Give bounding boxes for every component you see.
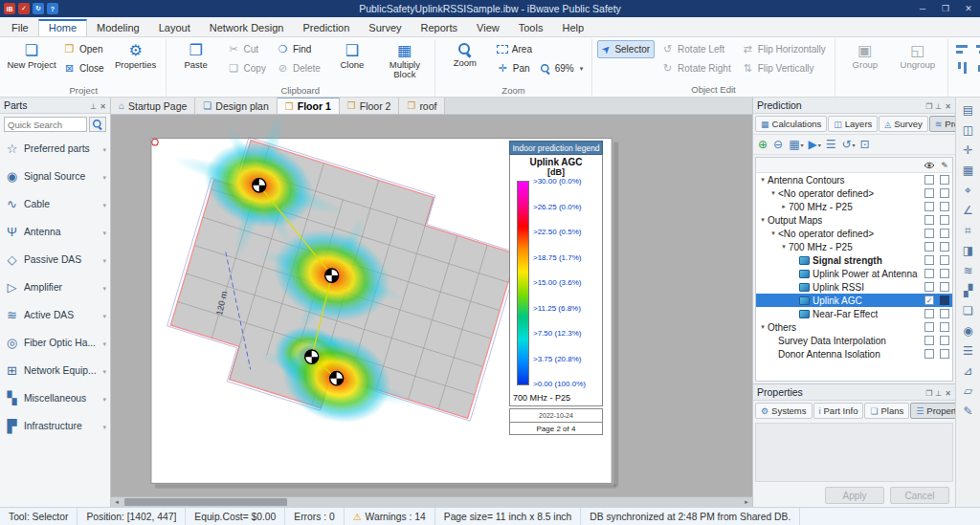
visibility-checkbox[interactable] xyxy=(924,336,934,345)
tree-expander-icon[interactable]: ▾ xyxy=(758,176,768,184)
tab-systems[interactable]: ⚙ Systems xyxy=(755,403,813,419)
align-center-button[interactable] xyxy=(973,40,980,58)
visibility-checkbox[interactable] xyxy=(924,349,934,359)
visibility-checkbox[interactable] xyxy=(924,322,934,332)
annotate-tool-icon[interactable]: ✎ xyxy=(959,402,978,421)
crop-tool-icon[interactable]: ◨ xyxy=(959,241,978,260)
app-logo-icon[interactable]: iB xyxy=(4,3,15,14)
layers-tool-icon[interactable]: ◫ xyxy=(959,120,978,140)
grid-tool-icon[interactable]: ▦ xyxy=(959,161,978,180)
save-icon[interactable]: ✓ xyxy=(18,3,30,14)
pin-icon[interactable]: ⊥ xyxy=(935,102,942,111)
export-button[interactable]: ⊡ xyxy=(860,138,871,151)
antenna-symbol[interactable] xyxy=(305,350,319,363)
minimize-button[interactable]: ─ xyxy=(911,0,934,17)
scrollbar-thumb[interactable] xyxy=(124,498,287,506)
edit-checkbox[interactable] xyxy=(940,336,949,345)
add-tool-icon[interactable]: ✛ xyxy=(959,141,978,160)
tab-calculations[interactable]: ▦ Calculations xyxy=(755,116,827,132)
visibility-checkbox[interactable] xyxy=(924,309,934,318)
triangle-tool-icon[interactable]: ⊿ xyxy=(959,361,978,381)
multiply-block-button[interactable]: ▦ Multiply Block xyxy=(380,40,430,84)
chevron-down-icon[interactable] xyxy=(102,199,106,209)
flip-horizontal-button[interactable]: ⇄Flip Horizontally xyxy=(738,40,830,58)
edit-checkbox[interactable] xyxy=(940,229,949,238)
selector-button[interactable]: ➤Selector xyxy=(597,40,655,58)
antenna-symbol[interactable] xyxy=(325,269,339,282)
visibility-checkbox[interactable] xyxy=(924,242,934,252)
tab-survey[interactable]: ◬ Survey xyxy=(879,116,928,132)
hatch-tool-icon[interactable]: ▞ xyxy=(959,281,978,300)
visibility-checkbox[interactable] xyxy=(924,255,934,265)
chevron-down-icon[interactable] xyxy=(102,143,106,154)
sync-icon[interactable]: ↻ xyxy=(33,3,44,14)
zoom-button[interactable]: Zoom xyxy=(440,40,490,84)
prediction-tree-row[interactable]: ▾Output Maps xyxy=(756,213,952,227)
parts-item-network-equipment[interactable]: ⊞ Network Equip... xyxy=(0,357,110,384)
edit-checkbox[interactable] xyxy=(940,202,949,211)
menu-item-file[interactable]: File xyxy=(2,19,38,36)
parts-item-preferred-parts[interactable]: ☆ Preferred parts xyxy=(0,135,110,163)
chevron-down-icon[interactable] xyxy=(102,421,106,431)
visibility-checkbox[interactable] xyxy=(924,282,934,292)
prediction-tree-row[interactable]: ▾<No operator defined> xyxy=(756,186,952,200)
parts-item-amplifier[interactable]: ▷ Amplifier xyxy=(0,273,110,301)
close-icon[interactable]: ✕ xyxy=(945,389,951,398)
rotate-left-button[interactable]: ↺Rotate Left xyxy=(657,40,735,58)
chevron-down-icon[interactable] xyxy=(102,282,106,293)
chevron-down-icon[interactable] xyxy=(102,338,106,348)
pan-button[interactable]: ✛Pan xyxy=(493,59,534,77)
menu-item-view[interactable]: View xyxy=(467,19,509,36)
tab-part-info[interactable]: i Part Info xyxy=(813,403,864,419)
align-middle-button[interactable] xyxy=(973,59,980,77)
menu-item-modeling[interactable]: Modeling xyxy=(87,19,149,36)
parts-item-active-das[interactable]: ≋ Active DAS xyxy=(0,301,110,329)
open-button[interactable]: ❒Open xyxy=(59,40,108,58)
prediction-tree-row[interactable]: Near-Far Effect xyxy=(756,307,952,320)
float-icon[interactable]: ❐ xyxy=(925,102,932,111)
edit-checkbox[interactable] xyxy=(940,175,949,185)
edit-checkbox[interactable] xyxy=(940,215,949,225)
prediction-tree-row[interactable]: ▾Antenna Contours xyxy=(756,173,952,186)
parts-item-infrastructure[interactable]: ▛ Infrastructure xyxy=(0,412,110,440)
visibility-checkbox[interactable] xyxy=(924,175,934,185)
display-settings-button[interactable]: ▦ ▾ xyxy=(789,138,803,151)
paste-button[interactable]: ❐ Paste xyxy=(171,40,221,84)
menu-item-survey[interactable]: Survey xyxy=(359,19,411,36)
prediction-legend[interactable]: Indoor prediction legend Uplink AGC [dB]… xyxy=(509,141,603,435)
prediction-tree-row[interactable]: ▾<No operator defined> xyxy=(756,227,952,240)
prediction-tree-row[interactable]: ▸700 MHz - P25 xyxy=(756,200,952,213)
close-icon[interactable]: ✕ xyxy=(100,102,106,111)
prediction-tree-row[interactable]: Uplink RSSI xyxy=(756,280,952,294)
apply-button[interactable]: Apply xyxy=(825,487,884,504)
history-button[interactable]: ↺ ▾ xyxy=(842,138,856,151)
copy-button[interactable]: ❏Copy xyxy=(224,59,270,77)
search-button[interactable] xyxy=(89,117,106,132)
angle-tool-icon[interactable]: ∠ xyxy=(959,201,978,220)
menu-item-home[interactable]: Home xyxy=(38,19,87,36)
edit-checkbox[interactable] xyxy=(940,255,949,265)
chevron-down-icon[interactable] xyxy=(102,310,106,320)
visibility-checkbox[interactable] xyxy=(924,215,934,225)
close-icon[interactable]: ✕ xyxy=(945,102,951,111)
edit-checkbox[interactable] xyxy=(940,269,949,278)
parts-item-signal-source[interactable]: ◉ Signal Source xyxy=(0,163,110,190)
chevron-down-icon[interactable] xyxy=(102,171,106,182)
pin-icon[interactable]: ⊥ xyxy=(90,102,97,111)
new-project-button[interactable]: ❏ New Project xyxy=(7,40,56,84)
menu-item-reports[interactable]: Reports xyxy=(412,19,468,36)
tree-expander-icon[interactable]: ▾ xyxy=(779,243,789,251)
wave-tool-icon[interactable]: ≋ xyxy=(959,261,978,280)
find-button[interactable]: ❍Find xyxy=(273,40,324,58)
list-button[interactable]: ☰ xyxy=(826,138,837,151)
cancel-button[interactable]: Cancel xyxy=(890,487,949,504)
edit-checkbox[interactable] xyxy=(940,282,949,292)
menu-item-prediction[interactable]: Prediction xyxy=(293,19,359,36)
parts-item-antenna[interactable]: Ψ Antenna xyxy=(0,218,110,246)
ungroup-button[interactable]: ◱ Ungroup xyxy=(893,40,943,84)
group-button[interactable]: ▣ Group xyxy=(840,40,890,84)
tree-expander-icon[interactable]: ▾ xyxy=(758,216,768,224)
antenna-symbol[interactable] xyxy=(330,372,344,385)
menu-item-help[interactable]: Help xyxy=(552,19,593,36)
chevron-down-icon[interactable] xyxy=(102,393,106,404)
